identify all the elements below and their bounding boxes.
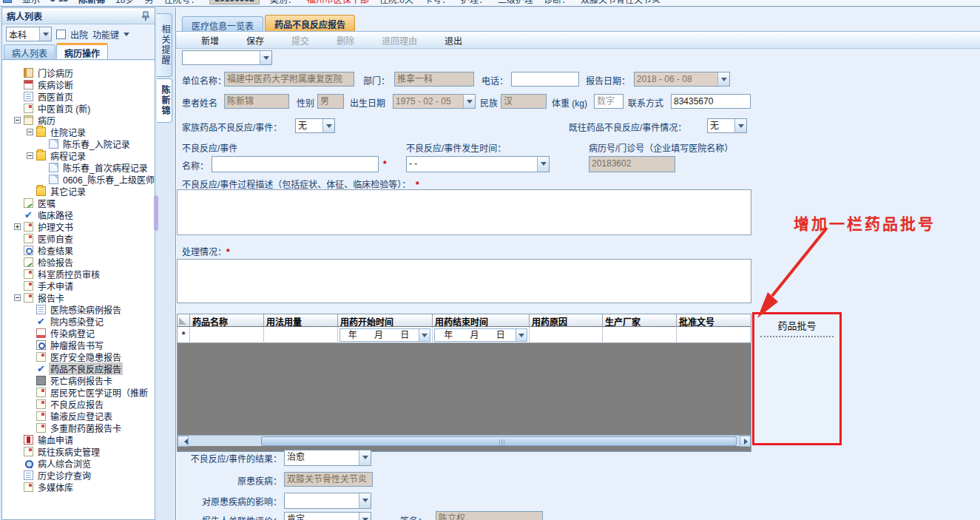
event-time-select[interactable]: - -	[406, 156, 550, 172]
delete-button[interactable]: 删除	[317, 33, 359, 48]
phone-field[interactable]	[511, 72, 579, 87]
chevron-down-icon[interactable]	[124, 33, 129, 39]
impact-select[interactable]	[284, 493, 371, 509]
pin-icon[interactable]	[141, 11, 150, 21]
related-reminder-tab[interactable]: 相关提醒	[157, 13, 172, 77]
tree-item[interactable]: 药品不良反应报告	[2, 362, 155, 374]
tree-item[interactable]: 0606_陈乐春_上级医师	[2, 173, 155, 185]
weight-field[interactable]: 数字	[594, 94, 624, 109]
patient-vertical-tab[interactable]: 陈新锦	[157, 78, 172, 123]
tree-item[interactable]: 医疗安全隐患报告	[2, 351, 155, 362]
chevron-down-icon[interactable]	[39, 27, 51, 41]
discharge-checkbox[interactable]	[56, 30, 66, 39]
tree-item[interactable]: 其它记录	[2, 185, 155, 197]
approval-no-cell[interactable]	[677, 327, 751, 343]
new-button[interactable]: 新增	[182, 33, 224, 48]
tree-item[interactable]: 检查结果	[2, 244, 155, 256]
tree-item[interactable]: 院内感染登记	[2, 315, 155, 327]
expander-icon[interactable]: −	[27, 152, 33, 159]
start-date-cell[interactable]: 年 月 日	[338, 327, 433, 343]
row-selector-header[interactable]	[178, 314, 190, 327]
tree-item[interactable]: 死亡病例报告卡	[2, 374, 155, 386]
tree-item[interactable]: 医师自查	[2, 232, 155, 244]
tree-item[interactable]: 既往疾病史管理	[2, 445, 155, 457]
scroll-right-arrow[interactable]	[740, 436, 751, 447]
chevron-down-icon[interactable]	[516, 329, 527, 341]
dept-field[interactable]: 推拿一科	[394, 72, 474, 87]
start-date-select[interactable]: 年 月 日	[339, 328, 430, 342]
document-tab[interactable]: 医疗信息一览表	[182, 16, 263, 31]
event-description-textarea[interactable]	[177, 189, 751, 235]
contact-field[interactable]: 83435670	[671, 94, 751, 109]
tree-item[interactable]: 科室质控员审核	[2, 268, 155, 280]
signature-field[interactable]: 陈立权	[436, 511, 543, 520]
chevron-down-icon[interactable]	[359, 493, 371, 508]
tree-item[interactable]: 医嘱	[2, 197, 155, 209]
scrollbar-thumb[interactable]	[261, 436, 737, 446]
chevron-down-icon[interactable]	[734, 119, 746, 132]
tree-item[interactable]: − 病历	[2, 114, 155, 126]
chevron-down-icon[interactable]	[537, 157, 549, 172]
past-adr-select[interactable]: 无	[707, 118, 747, 133]
sidebar-tab[interactable]: 病历操作	[56, 43, 108, 59]
scrollbar-thumb[interactable]	[154, 195, 158, 231]
column-header[interactable]: 批准文号	[677, 314, 751, 327]
tree-item[interactable]: 病人综合浏览	[2, 457, 155, 469]
tree-item[interactable]: 不良反应报告	[2, 398, 155, 410]
ethnic-field[interactable]: 汉	[501, 94, 547, 109]
tree-item[interactable]: 陈乐春_入院记录	[2, 138, 155, 149]
tree-item[interactable]: 居民死亡医学证明（推断	[2, 386, 155, 398]
expander-icon[interactable]: −	[14, 117, 21, 124]
tree-item[interactable]: 医院感染病例报告	[2, 303, 155, 315]
reason-cell[interactable]	[530, 327, 603, 343]
expander-icon[interactable]: −	[14, 294, 21, 301]
chevron-down-icon[interactable]	[359, 450, 371, 465]
chevron-down-icon[interactable]	[359, 513, 371, 520]
chevron-down-icon[interactable]	[260, 51, 271, 64]
submit-button[interactable]: 提交	[272, 33, 314, 48]
tree-item[interactable]: 多重耐药菌报告卡	[2, 422, 155, 433]
column-header[interactable]: 生产厂家	[603, 314, 677, 327]
gender-field[interactable]: 男	[317, 94, 344, 109]
tree-item[interactable]: 临床路径	[2, 209, 155, 220]
tree-item[interactable]: − 报告卡	[2, 291, 155, 303]
original-disease-field[interactable]: 双膝关节骨性关节炎	[284, 472, 373, 487]
tree-item[interactable]: 历史诊疗查询	[2, 469, 155, 481]
record-no-field[interactable]: 20183602	[589, 156, 675, 172]
end-date-select[interactable]: 年 月 日	[434, 328, 527, 342]
unit-field[interactable]: 福建中医药大学附属康复医院	[224, 72, 354, 87]
chevron-down-icon[interactable]	[717, 72, 729, 86]
tree-item[interactable]: 陈乐春_首次病程记录	[2, 161, 155, 173]
drug-table-new-row[interactable]: * 年 月 日 年 月 日	[178, 327, 751, 343]
tree-item[interactable]: 门诊病历	[2, 67, 155, 78]
tree-item[interactable]: 疾病诊断	[2, 78, 155, 90]
tree-item[interactable]: 西医首页	[2, 90, 155, 102]
save-button[interactable]: 保存	[227, 33, 269, 48]
column-header[interactable]: 用法用量	[264, 314, 338, 327]
end-date-cell[interactable]: 年 月 日	[433, 327, 530, 343]
department-filter-select[interactable]: 本科	[6, 27, 52, 41]
tree-item[interactable]: 输液反应登记表	[2, 410, 155, 422]
function-keys-menu[interactable]: 功能键	[92, 28, 119, 41]
handling-textarea[interactable]	[177, 259, 751, 303]
event-name-field[interactable]	[212, 156, 379, 172]
tree-item[interactable]: 输血申请	[2, 433, 155, 445]
scroll-left-arrow[interactable]	[178, 436, 189, 447]
tree-item[interactable]: − 病程记录	[2, 149, 155, 161]
column-header[interactable]: 用药开始时间	[338, 314, 433, 327]
document-tab[interactable]: 药品不良反应报告	[265, 15, 355, 31]
tree-item[interactable]: 中医首页 (新)	[2, 102, 155, 114]
birth-date-select[interactable]: 1975 - 02 - 05	[393, 94, 476, 109]
result-select[interactable]: 治愈	[284, 450, 371, 466]
chevron-down-icon[interactable]	[322, 119, 334, 132]
evaluation-select[interactable]: 肯定	[284, 512, 371, 520]
tree-item[interactable]: 检验报告	[2, 256, 155, 268]
patient-name-field[interactable]: 陈新锦	[224, 94, 289, 109]
dosage-cell[interactable]	[264, 327, 338, 343]
expander-icon[interactable]: −	[27, 129, 33, 135]
chevron-down-icon[interactable]	[463, 95, 475, 108]
tree-item[interactable]: 手术申请	[2, 280, 155, 291]
manufacturer-cell[interactable]	[603, 327, 677, 343]
family-adr-select[interactable]: 无	[295, 118, 335, 133]
return-reason-button[interactable]: 退回理由	[362, 33, 422, 48]
